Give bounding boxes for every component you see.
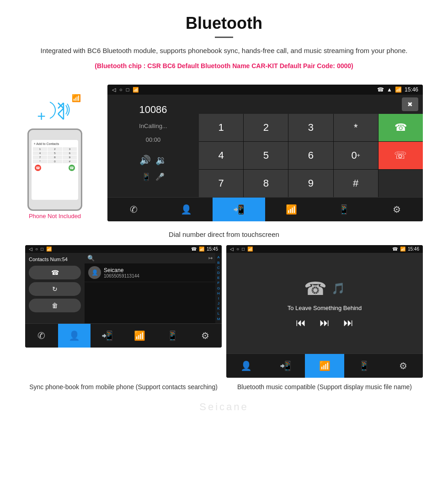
contact-search-bar[interactable]: 🔍 ↦: [85, 253, 215, 263]
dial-content: 10086 InCalling... 00:00 🔊 🔉 📱 🎤: [107, 95, 423, 197]
contacts-screen-wrap: ◁ ○ □ 📶 ☎ 📶 15:45 Contacts Num:54 ☎: [25, 245, 222, 378]
alpha-m[interactable]: M: [217, 316, 220, 321]
contacts-right-panel: 🔍 ↦ 👤 Seicane 10655059113144: [85, 253, 215, 323]
music-song-title: To Leave Something Behind: [288, 305, 362, 311]
nav-settings[interactable]: ⚙: [370, 198, 423, 221]
key-hash[interactable]: #: [334, 170, 378, 197]
dial-top-row: ✖: [199, 95, 423, 114]
alpha-k[interactable]: K: [217, 306, 219, 311]
key-2[interactable]: 2: [244, 114, 288, 141]
time-contacts: 15:45: [207, 246, 218, 252]
music-icon-area: ☎ 🎵: [304, 278, 345, 299]
contact-info: Seicane 10655059113144: [104, 267, 212, 278]
key-star[interactable]: *: [334, 114, 378, 141]
svg-text:⃝: ⃝: [50, 101, 56, 120]
music-android: ◁ ○ □ 📶 ☎ 📶 15:46 ☎ 🎵: [226, 245, 423, 378]
contacts-android: ◁ ○ □ 📶 ☎ 📶 15:45 Contacts Num:54 ☎: [25, 245, 222, 347]
next-button[interactable]: ⏭: [343, 317, 353, 329]
alpha-h[interactable]: H: [217, 291, 220, 296]
watermark: Seicane: [0, 396, 448, 418]
contacts-nav-call[interactable]: ✆: [25, 324, 58, 348]
alpha-l[interactable]: L: [218, 311, 219, 316]
search-icon: 🔍: [87, 255, 95, 262]
alpha-d[interactable]: D: [217, 270, 220, 275]
alpha-a[interactable]: A: [217, 255, 219, 260]
contacts-nav-bluetooth[interactable]: 📶: [123, 324, 156, 348]
alpha-c[interactable]: C: [217, 265, 220, 270]
contacts-left-panel: Contacts Num:54 ☎ ↻ 🗑: [25, 253, 85, 323]
numpad-grid: 1 2 3 * ☎ 4 5 6 0+ ☏ 7 8 9: [199, 114, 423, 197]
key-8[interactable]: 8: [244, 170, 288, 197]
sync-btn[interactable]: ↻: [29, 282, 81, 296]
key-9[interactable]: 9: [288, 170, 333, 197]
dial-input[interactable]: [203, 97, 398, 111]
alpha-e[interactable]: E: [217, 275, 219, 280]
key-1[interactable]: 1: [199, 114, 243, 141]
music-content: ☎ 🎵 To Leave Something Behind ⏮ ⏭ ⏭: [226, 253, 423, 353]
call-btn[interactable]: ☎: [29, 266, 81, 279]
key-3[interactable]: 3: [288, 114, 333, 141]
alpha-b[interactable]: B: [217, 260, 219, 265]
contacts-nav-keypad[interactable]: 📲: [91, 324, 123, 348]
bottom-screens: ◁ ○ □ 📶 ☎ 📶 15:45 Contacts Num:54 ☎: [0, 245, 448, 378]
prev-button[interactable]: ⏮: [296, 317, 306, 329]
delete-btn[interactable]: 🗑: [29, 299, 81, 312]
music-status-bar: ◁ ○ □ 📶 ☎ 📶 15:46: [226, 245, 423, 253]
volume-up-button[interactable]: 🔊: [139, 155, 151, 166]
time-music: 15:46: [408, 246, 419, 252]
nav-contacts[interactable]: 👤: [160, 198, 213, 221]
status-bar-main: ◁ ○ □ 📶 ☎ ▲ 📶 15:46: [107, 85, 423, 95]
header-description: Integrated with BC6 Bluetooth module, su…: [27, 45, 421, 56]
contacts-nav-phonebook[interactable]: 📱: [156, 324, 189, 348]
header-section: Bluetooth Integrated with BC6 Bluetooth …: [0, 0, 448, 80]
transfer-button[interactable]: 📱: [142, 172, 151, 181]
bottom-captions: Sync phone-book from mobile phone (Suppo…: [0, 378, 448, 396]
music-nav-phonebook[interactable]: 📱: [344, 354, 384, 378]
music-screen-wrap: ◁ ○ □ 📶 ☎ 📶 15:46 ☎ 🎵: [226, 245, 423, 378]
key-4[interactable]: 4: [199, 142, 243, 169]
contacts-nav-contacts[interactable]: 👤: [58, 324, 91, 348]
home-icon-small: ○: [35, 246, 38, 252]
bluetooth-icon: + 📶 ⃝: [37, 98, 73, 125]
volume-down-button[interactable]: 🔉: [155, 155, 167, 166]
alpha-i[interactable]: I: [218, 296, 219, 301]
dial-status: InCalling...: [139, 123, 167, 129]
music-nav-keypad[interactable]: 📲: [266, 354, 305, 378]
key-5[interactable]: 5: [244, 142, 288, 169]
key-6[interactable]: 6: [288, 142, 333, 169]
contact-item[interactable]: 👤 Seicane 10655059113144: [85, 263, 215, 282]
call-button[interactable]: ☎: [379, 114, 423, 141]
contacts-list-empty: [85, 282, 215, 319]
nav-phonebook[interactable]: 📱: [318, 198, 370, 221]
back-icon-small: ◁: [29, 246, 32, 252]
key-7[interactable]: 7: [199, 170, 243, 197]
end-call-button[interactable]: ☏: [379, 142, 423, 169]
mute-button[interactable]: 🎤: [155, 172, 165, 181]
play-pause-button[interactable]: ⏭: [320, 317, 330, 329]
backspace-button[interactable]: ✖: [402, 97, 418, 111]
phone-label: Phone Not Included: [29, 213, 81, 220]
contact-phone: 10655059113144: [104, 273, 212, 278]
contact-search-input[interactable]: [96, 255, 207, 262]
key-0plus[interactable]: 0+: [334, 142, 378, 169]
alpha-j[interactable]: J: [218, 301, 219, 306]
main-screen-area: ◁ ○ □ 📶 ☎ ▲ 📶 15:46: [101, 85, 430, 221]
key-empty: [379, 170, 423, 197]
music-nav-contacts[interactable]: 👤: [226, 354, 266, 378]
contacts-nav-settings[interactable]: ⚙: [189, 324, 222, 348]
backspace-icon-contacts: ↦: [208, 255, 213, 261]
notif-icon-music: 📶: [247, 246, 253, 252]
contacts-caption: Sync phone-book from mobile phone (Suppo…: [25, 382, 222, 392]
notif-icon-small: 📶: [46, 246, 52, 252]
status-bar-left: ◁ ○ □ 📶: [112, 87, 139, 93]
nav-bluetooth[interactable]: 📶: [265, 198, 318, 221]
music-nav-bar: 👤 📲 📶 📱 ⚙: [226, 353, 423, 378]
dial-action-row: 📱 🎤: [142, 172, 165, 181]
alpha-f[interactable]: F: [218, 280, 220, 285]
nav-call-transfer[interactable]: ✆: [107, 198, 160, 221]
phone-icon-music: ☎: [392, 246, 398, 252]
music-nav-settings[interactable]: ⚙: [384, 354, 423, 378]
alpha-g[interactable]: G: [217, 286, 220, 291]
music-nav-bluetooth[interactable]: 📶: [305, 354, 344, 378]
nav-keypad[interactable]: 📲: [213, 198, 265, 221]
